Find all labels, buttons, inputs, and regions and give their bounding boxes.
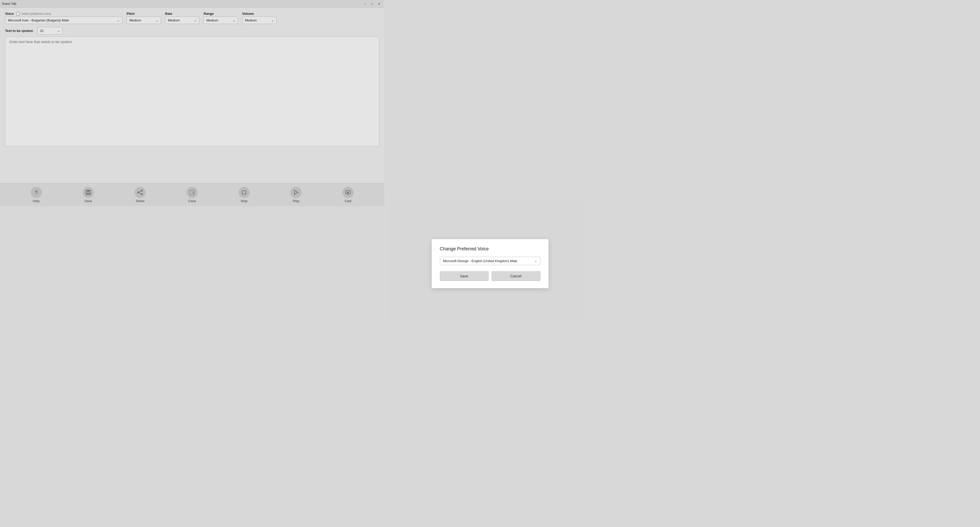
modal-overlay: Change Preferred Voice Microsoft George …: [0, 0, 384, 206]
